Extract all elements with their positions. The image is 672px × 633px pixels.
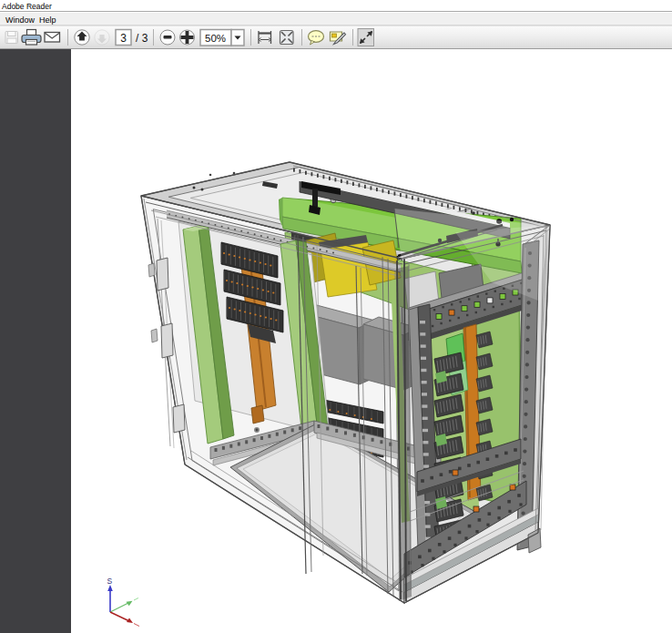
svg-text:S: S (107, 577, 113, 586)
